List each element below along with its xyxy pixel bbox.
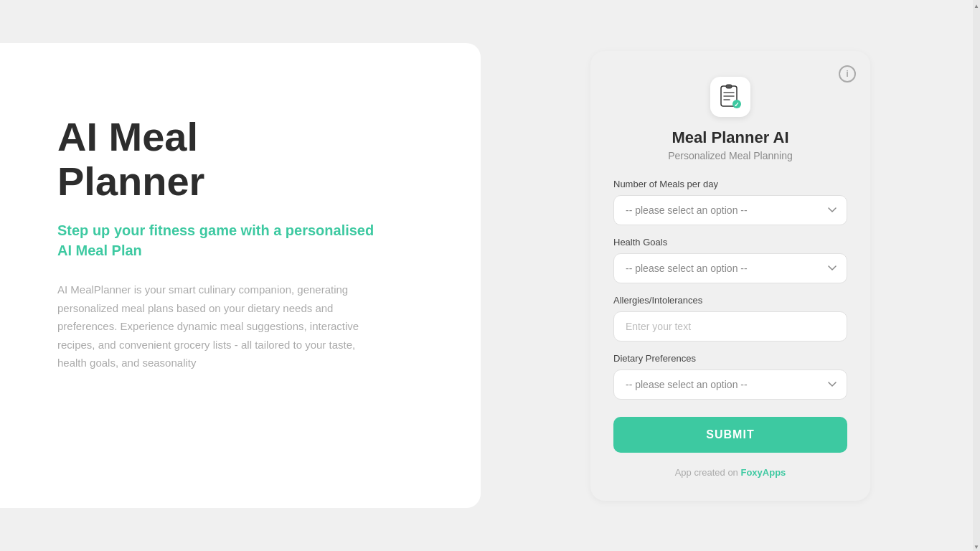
dietary-preferences-select[interactable]: -- please select an option -- Vegan Vege… — [613, 369, 847, 400]
health-goals-label: Health Goals — [613, 237, 847, 248]
description: AI MealPlanner is your smart culinary co… — [57, 281, 380, 372]
scrollbar-down-button[interactable]: ▼ — [973, 542, 980, 551]
svg-rect-1 — [726, 85, 732, 88]
app-icon-wrapper: ✓ — [613, 77, 847, 117]
card-title: Meal Planner AI — [613, 128, 847, 147]
app-icon: ✓ — [710, 77, 750, 117]
submit-button[interactable]: SUBMIT — [613, 417, 847, 453]
meals-per-day-group: Number of Meals per day -- please select… — [613, 179, 847, 225]
svg-text:✓: ✓ — [734, 101, 740, 108]
footer-text: App created on FoxyApps — [613, 467, 847, 478]
dietary-preferences-group: Dietary Preferences -- please select an … — [613, 353, 847, 400]
dietary-preferences-label: Dietary Preferences — [613, 353, 847, 364]
scrollbar-up-button[interactable]: ▲ — [973, 1, 980, 10]
left-panel: AI MealPlanner Step up your fitness game… — [0, 43, 481, 508]
allergies-group: Allergies/Intolerances — [613, 295, 847, 342]
meals-per-day-label: Number of Meals per day — [613, 179, 847, 189]
card-subtitle: Personalized Meal Planning — [613, 150, 847, 161]
main-title: AI MealPlanner — [57, 115, 380, 203]
form-card: i ✓ Meal Planner AI Personal — [590, 51, 870, 501]
allergies-label: Allergies/Intolerances — [613, 295, 847, 306]
health-goals-group: Health Goals -- please select an option … — [613, 237, 847, 283]
meals-per-day-select[interactable]: -- please select an option -- 2 3 4 5 6 — [613, 195, 847, 225]
left-content: AI MealPlanner Step up your fitness game… — [57, 115, 380, 372]
allergies-input[interactable] — [613, 311, 847, 342]
right-panel: i ✓ Meal Planner AI Personal — [481, 0, 980, 551]
scrollbar-track: ▲ ▼ — [973, 0, 980, 551]
foxyapps-link[interactable]: FoxyApps — [740, 467, 786, 478]
footer-static: App created on — [675, 467, 741, 478]
subtitle: Step up your fitness game with a persona… — [57, 220, 380, 260]
health-goals-select[interactable]: -- please select an option -- Weight Los… — [613, 253, 847, 283]
info-icon[interactable]: i — [839, 65, 856, 83]
page-wrapper: AI MealPlanner Step up your fitness game… — [0, 0, 980, 551]
